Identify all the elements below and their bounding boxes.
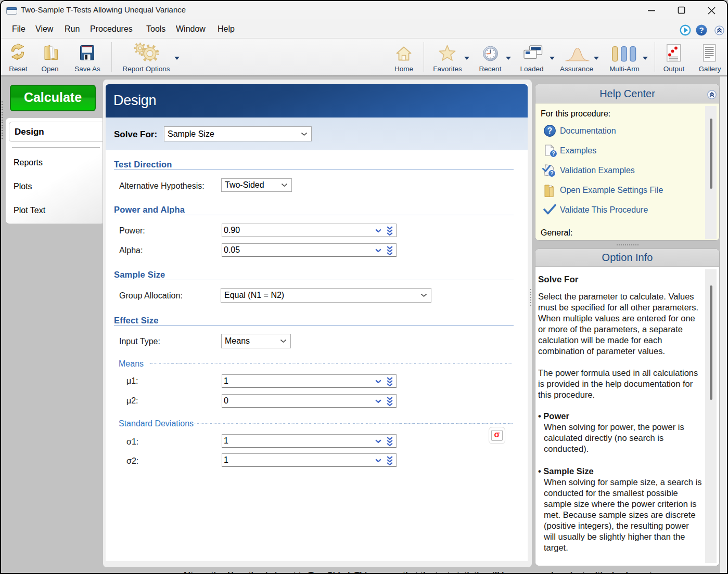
svg-text:?: ? (552, 150, 555, 156)
svg-text:?: ? (547, 126, 553, 135)
svg-text:?: ? (699, 25, 704, 34)
svg-text:?: ? (550, 170, 553, 176)
